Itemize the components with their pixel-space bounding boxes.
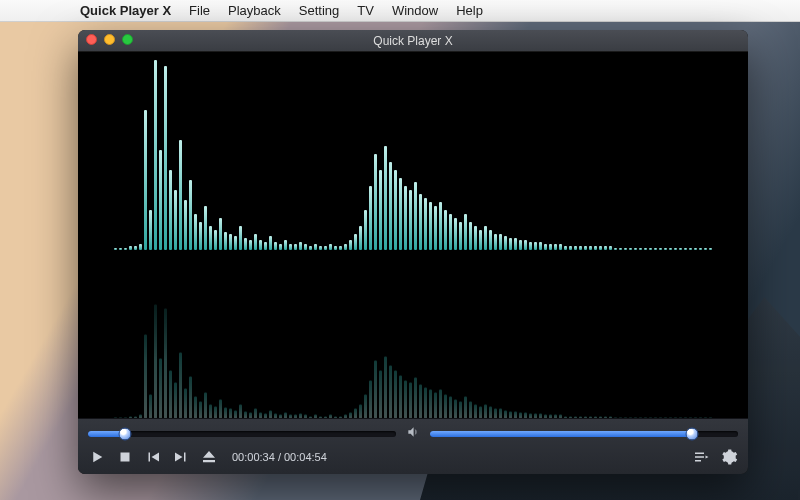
spectrum-bar xyxy=(359,226,362,250)
spectrum-bar xyxy=(604,416,607,418)
spectrum-bar xyxy=(419,194,422,250)
spectrum-bar xyxy=(374,154,377,250)
spectrum-bar xyxy=(214,406,217,418)
spectrum-bar xyxy=(299,413,302,418)
seek-slider[interactable] xyxy=(88,431,396,437)
spectrum-bar xyxy=(529,242,532,250)
spectrum-bar xyxy=(394,370,397,418)
settings-button[interactable] xyxy=(720,448,738,466)
spectrum-bar xyxy=(264,242,267,250)
spectrum-bar xyxy=(469,222,472,250)
spectrum-bar xyxy=(549,414,552,418)
system-menubar: Quick Player X File Playback Setting TV … xyxy=(0,0,800,22)
window-titlebar[interactable]: Quick Player X xyxy=(78,30,748,52)
spectrum-bar xyxy=(379,170,382,250)
spectrum-bar xyxy=(309,416,312,418)
menubar-app-name[interactable]: Quick Player X xyxy=(80,3,171,18)
minimize-icon[interactable] xyxy=(104,34,115,45)
spectrum-bar xyxy=(534,413,537,418)
spectrum-bar xyxy=(179,140,182,250)
spectrum-bar xyxy=(234,410,237,418)
spectrum-bar xyxy=(389,365,392,418)
player-controls: 00:00:34 / 00:04:54 xyxy=(78,418,748,474)
spectrum-bar xyxy=(399,178,402,250)
spectrum-bar xyxy=(209,404,212,418)
spectrum-bar xyxy=(504,236,507,250)
spectrum-bar xyxy=(169,370,172,418)
speaker-icon xyxy=(406,425,420,442)
spectrum-bar xyxy=(199,222,202,250)
spectrum-bar xyxy=(659,417,662,418)
spectrum-bar xyxy=(614,417,617,418)
spectrum-bar xyxy=(489,230,492,250)
play-button[interactable] xyxy=(88,448,106,466)
spectrum-bar xyxy=(464,214,467,250)
spectrum-bar xyxy=(189,376,192,418)
spectrum-bar xyxy=(364,210,367,250)
spectrum-bar xyxy=(154,304,157,418)
spectrum-bar xyxy=(569,416,572,418)
spectrum-bar xyxy=(564,416,567,418)
spectrum-bar xyxy=(134,416,137,418)
stop-button[interactable] xyxy=(116,448,134,466)
spectrum-bar xyxy=(404,186,407,250)
volume-slider-thumb[interactable] xyxy=(685,427,698,440)
spectrum-bar xyxy=(294,414,297,418)
next-button[interactable] xyxy=(172,448,190,466)
spectrum-bar xyxy=(539,242,542,250)
spectrum-bar xyxy=(449,214,452,250)
seek-slider-thumb[interactable] xyxy=(118,427,131,440)
menu-help[interactable]: Help xyxy=(456,3,483,18)
spectrum-bar xyxy=(539,413,542,418)
spectrum-bar xyxy=(424,198,427,250)
spectrum-bar xyxy=(249,240,252,250)
spectrum-bar xyxy=(369,380,372,418)
spectrum-bar xyxy=(544,414,547,418)
spectrum-bar xyxy=(594,416,597,418)
spectrum-bar xyxy=(434,206,437,250)
eject-button[interactable] xyxy=(200,448,218,466)
spectrum-bar xyxy=(654,417,657,418)
spectrum-bar xyxy=(284,240,287,250)
menu-tv[interactable]: TV xyxy=(357,3,374,18)
spectrum-bar xyxy=(494,234,497,250)
spectrum-bar xyxy=(259,412,262,418)
time-sep: / xyxy=(275,451,284,463)
time-duration: 00:04:54 xyxy=(284,451,327,463)
spectrum-bars xyxy=(78,52,748,250)
spectrum-bar xyxy=(264,413,267,418)
spectrum-bar xyxy=(189,180,192,250)
menu-setting[interactable]: Setting xyxy=(299,3,339,18)
spectrum-bar xyxy=(524,412,527,418)
spectrum-bar xyxy=(334,416,337,418)
prev-button[interactable] xyxy=(144,448,162,466)
spectrum-bar xyxy=(424,387,427,418)
spectrum-bar xyxy=(244,411,247,418)
spectrum-bar xyxy=(699,417,702,418)
spectrum-bar xyxy=(479,230,482,250)
spectrum-bar xyxy=(444,210,447,250)
spectrum-bar xyxy=(149,210,152,250)
menu-window[interactable]: Window xyxy=(392,3,438,18)
zoom-icon[interactable] xyxy=(122,34,133,45)
spectrum-bar xyxy=(364,394,367,418)
spectrum-bar xyxy=(534,242,537,250)
spectrum-bar xyxy=(474,404,477,418)
close-icon[interactable] xyxy=(86,34,97,45)
time-display: 00:00:34 / 00:04:54 xyxy=(232,451,327,463)
playlist-button[interactable] xyxy=(692,448,710,466)
spectrum-bar xyxy=(649,417,652,418)
menu-file[interactable]: File xyxy=(189,3,210,18)
spectrum-bar xyxy=(184,200,187,250)
menu-playback[interactable]: Playback xyxy=(228,3,281,18)
spectrum-bar xyxy=(234,236,237,250)
spectrum-bar xyxy=(304,414,307,418)
spectrum-bar xyxy=(129,416,132,418)
spectrum-bar xyxy=(284,412,287,418)
spectrum-bar xyxy=(589,416,592,418)
spectrum-bar xyxy=(224,407,227,418)
spectrum-bar xyxy=(219,218,222,250)
spectrum-bar xyxy=(184,388,187,418)
spectrum-bar xyxy=(554,244,557,250)
volume-slider[interactable] xyxy=(430,431,738,437)
